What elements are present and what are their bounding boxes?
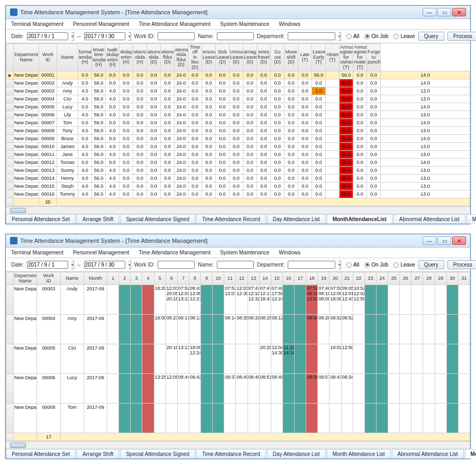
tab-2[interactable]: Special Attendance Signed bbox=[120, 449, 195, 459]
col-header[interactable]: Goout(D) bbox=[271, 44, 285, 71]
menu-windows[interactable]: Windows bbox=[279, 250, 300, 255]
date-from-input[interactable] bbox=[27, 261, 68, 269]
tab-6[interactable]: Abnormal Attendance List bbox=[393, 214, 465, 224]
radio-all[interactable]: All bbox=[346, 262, 359, 268]
col-header[interactable]: Name bbox=[60, 272, 84, 285]
maximize-button[interactable]: ▭ bbox=[437, 236, 451, 245]
day-header[interactable]: 29 bbox=[435, 272, 446, 285]
table-row[interactable]: New Depar...00012Tomas0.056.00.00.00.00.… bbox=[6, 159, 470, 167]
col-header[interactable]: formaltendan(H) bbox=[78, 44, 92, 71]
col-header[interactable]: Timeoffinlieu(D) bbox=[188, 44, 202, 71]
radio-onjob[interactable]: On Job bbox=[364, 262, 388, 268]
col-header[interactable]: ekencffdut(D) bbox=[161, 44, 175, 71]
menu-personnel-management[interactable]: Personnel Management bbox=[73, 21, 129, 27]
col-header[interactable]: sinesfravel(D) bbox=[257, 44, 271, 71]
maximize-button[interactable]: ▭ bbox=[437, 8, 451, 16]
col-header[interactable]: DeparmentName bbox=[14, 44, 39, 71]
process-button[interactable]: Process bbox=[447, 260, 476, 269]
date-from-input[interactable] bbox=[27, 32, 68, 40]
day-header[interactable]: 25 bbox=[388, 272, 400, 285]
day-header[interactable]: 14 bbox=[259, 272, 271, 285]
menu-system-maintenance[interactable]: System Maintenance bbox=[220, 21, 269, 27]
tab-3[interactable]: Time Attendance Record bbox=[196, 214, 266, 224]
name-input[interactable] bbox=[217, 32, 254, 40]
tab-0[interactable]: Personal Attendance Set bbox=[6, 214, 76, 224]
day-header[interactable]: 9 bbox=[201, 272, 213, 285]
table-row[interactable]: New Depar...00010James4.056.04.00.00.00.… bbox=[6, 143, 470, 151]
col-header[interactable]: ersonaLeave(D) bbox=[202, 44, 216, 71]
table-row[interactable]: New Depar...00009Bruce0.056.00.00.00.00.… bbox=[6, 135, 470, 143]
menu-terminal-management[interactable]: Terminal Management bbox=[11, 21, 63, 27]
col-header[interactable]: ationaslidaffdut(D) bbox=[175, 44, 188, 71]
table-row[interactable]: New Department00004Amy2017-0918:0008:230… bbox=[6, 315, 470, 344]
attendance-grid[interactable]: DeparmentNameWorkIDNameformaltendan(H)ti… bbox=[6, 43, 470, 206]
menu-system-maintenance[interactable]: System Maintenance bbox=[220, 250, 269, 255]
tab-6[interactable]: Abnormal Attendance List bbox=[392, 449, 464, 459]
day-header[interactable]: 8 bbox=[189, 272, 200, 285]
table-row[interactable]: New Depar...00013Sunny4.056.04.00.00.00.… bbox=[6, 167, 470, 175]
titlebar[interactable]: Time Attendance Management System - [Tim… bbox=[6, 234, 470, 248]
col-header[interactable]: ekencolida(H) bbox=[133, 44, 147, 71]
date-from-dropdown[interactable]: ▾ bbox=[71, 32, 74, 41]
tab-0[interactable]: Personal Attendance Set bbox=[6, 449, 76, 459]
col-header[interactable]: Annualegisteforusines(T) bbox=[340, 44, 353, 71]
tab-5[interactable]: MonthAttendanceList bbox=[327, 214, 392, 224]
close-button[interactable]: ✕ bbox=[452, 236, 466, 245]
table-row[interactable]: New Department00005Cici2017-0920:1013:13… bbox=[6, 344, 470, 374]
table-row[interactable]: New Depar...00007Tom0.056.00.00.00.00.00… bbox=[6, 119, 470, 127]
col-header[interactable]: WorkID bbox=[37, 272, 60, 285]
day-header[interactable]: 22 bbox=[353, 272, 364, 285]
tab-2[interactable]: Special Attendance Signed bbox=[120, 214, 195, 224]
titlebar[interactable]: Time Attendance Management System - [Tim… bbox=[6, 6, 470, 19]
horizontal-scrollbar[interactable] bbox=[6, 441, 470, 448]
table-row[interactable]: New Department00008Tom2017-09 bbox=[6, 404, 470, 433]
col-header[interactable]: DeparmentName bbox=[14, 272, 37, 285]
table-row[interactable]: New Depar...00004Cici4.056.04.00.00.00.0… bbox=[6, 95, 470, 103]
day-header[interactable]: 30 bbox=[446, 272, 458, 285]
minimize-button[interactable]: — bbox=[423, 236, 436, 245]
horizontal-scrollbar[interactable] bbox=[6, 206, 470, 214]
table-row[interactable]: New Depar...00011Jane4.056.04.00.00.00.0… bbox=[6, 151, 470, 159]
menu-windows[interactable]: Windows bbox=[279, 21, 300, 27]
col-header[interactable]: arriagLeave(D) bbox=[243, 44, 257, 71]
tab-3[interactable]: Time Attendance Record bbox=[196, 449, 266, 459]
table-row[interactable]: New Depar...00005Lucy0.056.00.00.00.00.0… bbox=[6, 103, 470, 111]
day-header[interactable]: 17 bbox=[295, 272, 306, 285]
day-header[interactable]: 24 bbox=[376, 272, 388, 285]
table-row[interactable]: New Depar...000010.056.00.00.00.00.00.02… bbox=[6, 71, 470, 79]
table-row[interactable]: New Depar...00006Lily4.056.04.00.00.00.0… bbox=[6, 111, 470, 119]
col-header[interactable]: SickLeave(D) bbox=[216, 44, 230, 71]
name-input[interactable] bbox=[217, 261, 254, 269]
table-row[interactable]: New Depar...00002Andy0.056.00.00.00.00.0… bbox=[6, 79, 470, 87]
scroll-thumb[interactable] bbox=[10, 443, 26, 448]
scroll-thumb[interactable] bbox=[10, 208, 26, 213]
day-header[interactable]: 20 bbox=[329, 272, 341, 285]
day-header[interactable]: 2 bbox=[119, 272, 131, 285]
query-button[interactable]: Query bbox=[418, 32, 444, 41]
menu-terminal-management[interactable]: Terminal Management bbox=[11, 250, 63, 255]
table-row[interactable]: New Department00006Lucy2017-0913:2512:05… bbox=[6, 374, 470, 404]
day-header[interactable]: 4 bbox=[142, 272, 154, 285]
workid-input[interactable] bbox=[158, 32, 195, 40]
day-header[interactable]: 28 bbox=[423, 272, 435, 285]
query-button[interactable]: Query bbox=[418, 260, 444, 269]
col-header[interactable]: LeaveEarly(T) bbox=[312, 44, 326, 71]
dept-dropdown[interactable]: ▾ bbox=[338, 32, 341, 41]
col-header[interactable]: tualtiskdayertim(H) bbox=[106, 44, 120, 71]
col-header[interactable]: Month bbox=[84, 272, 107, 285]
menu-personnel-management[interactable]: Personnel Management bbox=[73, 250, 129, 255]
col-header[interactable]: Absent(T) bbox=[326, 44, 340, 71]
day-header[interactable]: 3 bbox=[131, 272, 142, 285]
col-header[interactable]: UnnualLeave(D) bbox=[230, 44, 243, 71]
day-header[interactable]: 16 bbox=[282, 272, 294, 285]
col-header[interactable]: timatitimetendan(H) bbox=[92, 44, 106, 71]
col-header[interactable]: skdayertim(H) bbox=[120, 44, 133, 71]
day-header[interactable]: 23 bbox=[364, 272, 376, 285]
date-to-input[interactable] bbox=[84, 261, 125, 269]
menu-time-attendance-management[interactable]: Time Attendance Management bbox=[139, 21, 210, 27]
dept-input[interactable] bbox=[288, 261, 335, 269]
tab-1[interactable]: Arrange Shift bbox=[77, 214, 119, 224]
col-header[interactable]: Annualegisteforrivate(T) bbox=[353, 44, 367, 71]
tab-4[interactable]: Day Attendance List bbox=[267, 449, 326, 459]
tab-5[interactable]: Month Attendance List bbox=[327, 449, 391, 459]
